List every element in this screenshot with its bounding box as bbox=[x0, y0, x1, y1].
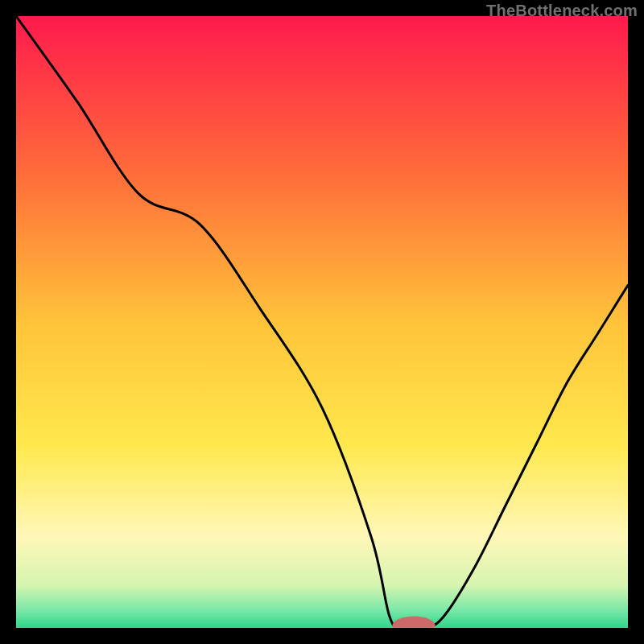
gradient-bg-rect bbox=[16, 16, 628, 628]
bottleneck-chart bbox=[16, 16, 628, 628]
plot-area bbox=[16, 16, 628, 628]
chart-frame: TheBottleneck.com bbox=[0, 0, 644, 644]
watermark-text: TheBottleneck.com bbox=[486, 2, 638, 20]
